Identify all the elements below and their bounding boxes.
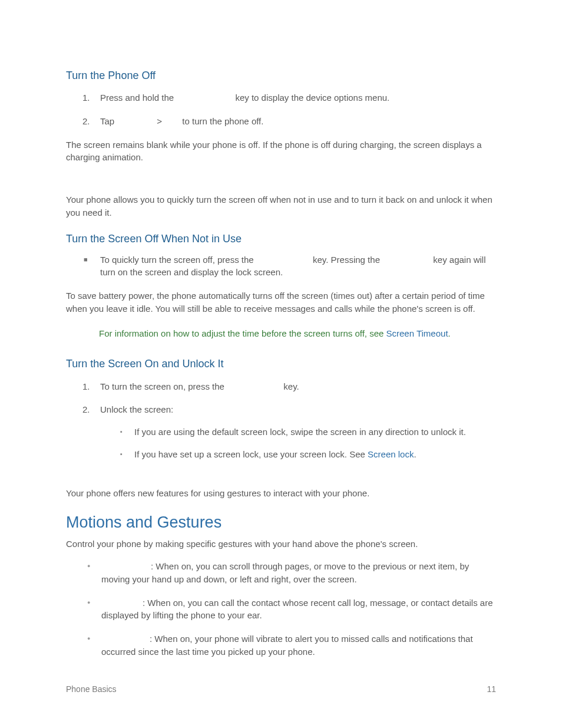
step-text: key to display the device options menu.	[233, 93, 389, 103]
sub-text: .	[414, 449, 416, 459]
footer-page-number: 11	[487, 683, 496, 695]
step-text: To turn the screen on, press the	[100, 381, 227, 391]
step-number: 1.	[82, 380, 90, 393]
list-item: To quickly turn the screen off, press th…	[80, 253, 496, 279]
step-text: to turn the phone off.	[180, 116, 263, 126]
list-item: If you are using the default screen lock…	[118, 426, 496, 439]
tip-note: For information on how to adjust the tim…	[66, 327, 496, 340]
turn-screen-on-steps: 1. To turn the screen on, press the key.…	[82, 380, 496, 461]
item-text: : When on, your phone will vibrate to al…	[101, 634, 473, 657]
step-2: 2. Unlock the screen: If you are using t…	[82, 403, 496, 460]
link-screen-lock[interactable]: Screen lock	[368, 449, 414, 459]
sub-text: If you have set up a screen lock, use yo…	[134, 449, 368, 459]
heading-turn-phone-off: Turn the Phone Off	[66, 68, 496, 83]
step-text: key.	[281, 381, 299, 391]
motions-intro: Control your phone by making specific ge…	[66, 538, 496, 551]
page-content: Turn the Phone Off 1. Press and hold the…	[0, 0, 562, 658]
note-text: For information on how to adjust the tim…	[99, 328, 386, 338]
turn-screen-off-para: To save battery power, the phone automat…	[66, 289, 496, 315]
bullet-text: To quickly turn the screen off, press th…	[100, 255, 256, 265]
heading-motions-gestures: Motions and Gestures	[66, 511, 496, 534]
step-text: Unlock the screen:	[100, 404, 173, 414]
bullet-text: key. Pressing the	[310, 255, 382, 265]
spacer	[66, 472, 496, 487]
step-text: Tap	[100, 116, 117, 126]
note-text: .	[448, 328, 451, 338]
step-number: 1.	[82, 91, 90, 104]
link-screen-timeout[interactable]: Screen Timeout	[386, 328, 448, 338]
list-item: If you have set up a screen lock, use yo…	[118, 448, 496, 461]
turn-screen-off-bullets: To quickly turn the screen off, press th…	[80, 253, 496, 279]
item-text: : When on, you can call the contact whos…	[101, 598, 493, 621]
unlock-sublist: If you are using the default screen lock…	[118, 426, 496, 461]
gestures-intro: Your phone offers new features for using…	[66, 487, 496, 500]
item-text: : When on, you can scroll through pages,…	[101, 561, 469, 584]
list-item: : When on, your phone will vibrate to al…	[85, 633, 496, 658]
step-text: Press and hold the	[100, 93, 176, 103]
step-1: 1. To turn the screen on, press the key.	[82, 380, 496, 393]
footer-section: Phone Basics	[66, 683, 117, 695]
motions-list: : When on, you can scroll through pages,…	[85, 560, 496, 658]
list-item: : When on, you can scroll through pages,…	[85, 560, 496, 586]
heading-turn-screen-on: Turn the Screen On and Unlock It	[66, 356, 496, 371]
separator: >	[157, 116, 162, 126]
list-item: : When on, you can call the contact whos…	[85, 597, 496, 622]
spacer	[66, 176, 496, 193]
screen-intro: Your phone allows you to quickly turn th…	[66, 193, 496, 219]
step-number: 2.	[82, 403, 90, 416]
step-1: 1. Press and hold the key to display the…	[82, 91, 496, 104]
turn-phone-off-steps: 1. Press and hold the key to display the…	[82, 91, 496, 128]
turn-phone-off-note: The screen remains blank while your phon…	[66, 139, 496, 164]
heading-turn-screen-off: Turn the Screen Off When Not in Use	[66, 231, 496, 246]
step-2: 2. Tap > to turn the phone off.	[82, 115, 496, 128]
step-number: 2.	[82, 115, 90, 128]
page-footer: Phone Basics 11	[66, 683, 496, 695]
